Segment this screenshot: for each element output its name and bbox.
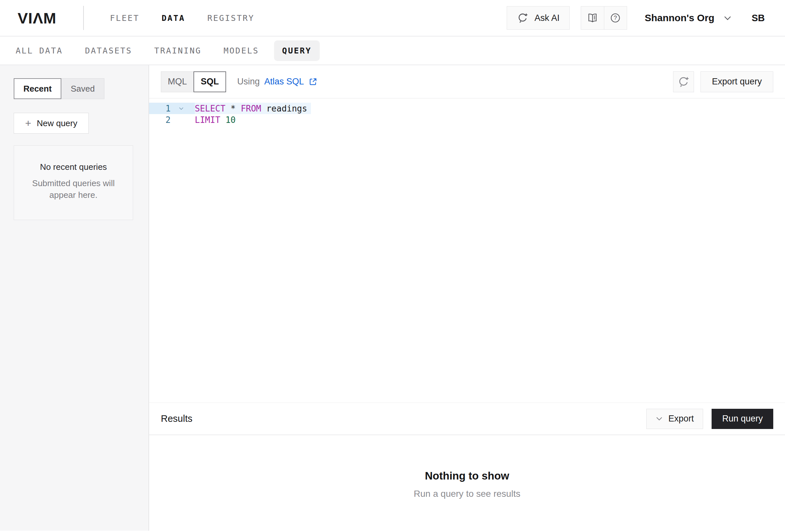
external-link-icon	[309, 77, 318, 86]
new-query-label: New query	[37, 118, 77, 128]
content-area: Recent Saved + New query No recent queri…	[0, 65, 785, 531]
chevron-down-icon	[656, 417, 663, 421]
ask-ai-button[interactable]: Ask AI	[507, 6, 569, 30]
code-text: SELECT * FROM readings	[195, 104, 307, 113]
tab-models[interactable]: MODELS	[224, 46, 259, 55]
query-main-panel: MQL SQL Using Atlas SQL	[149, 65, 785, 531]
main-nav: FLEET DATA REGISTRY	[110, 14, 254, 23]
tab-saved[interactable]: Saved	[61, 78, 104, 99]
org-name: Shannon's Org	[645, 12, 714, 24]
fold-chevron-icon[interactable]	[171, 107, 192, 110]
results-empty-subtitle: Run a query to see results	[149, 489, 785, 499]
sql-text	[220, 115, 225, 125]
editor-gutter: 2	[149, 114, 195, 126]
results-title: Results	[161, 413, 193, 424]
empty-state-subtitle: Submitted queries will appear here.	[26, 177, 121, 201]
sql-keyword: SELECT	[195, 104, 225, 113]
sql-code-editor[interactable]: 1 SELECT * FROM readings 2 LIMIT 10	[149, 99, 785, 403]
results-empty-title: Nothing to show	[149, 470, 785, 482]
sql-number: 10	[225, 115, 235, 125]
code-line-1[interactable]: 1 SELECT * FROM readings	[149, 103, 785, 114]
tab-datasets[interactable]: DATASETS	[85, 46, 132, 55]
recent-queries-empty-state: No recent queries Submitted queries will…	[14, 145, 133, 220]
nav-registry[interactable]: REGISTRY	[207, 14, 254, 23]
viam-logo[interactable]: VIΛM	[18, 9, 56, 27]
query-toolbar: MQL SQL Using Atlas SQL	[149, 65, 785, 99]
query-sidebar: Recent Saved + New query No recent queri…	[0, 65, 149, 531]
run-query-button[interactable]: Run query	[712, 409, 773, 429]
tab-query[interactable]: QUERY	[274, 41, 320, 61]
using-label: Using	[237, 77, 260, 87]
recent-saved-toggle: Recent Saved	[14, 78, 148, 99]
empty-state-title: No recent queries	[24, 162, 123, 172]
export-label: Export	[668, 414, 694, 424]
book-icon	[587, 12, 598, 24]
atlas-sql-link[interactable]: Atlas SQL	[264, 77, 318, 87]
export-results-button[interactable]: Export	[646, 409, 703, 429]
tab-recent[interactable]: Recent	[14, 78, 61, 99]
org-switcher[interactable]: Shannon's Org	[645, 12, 732, 24]
sql-text: *	[225, 104, 241, 113]
plus-icon: +	[25, 118, 31, 128]
ai-generate-query-button[interactable]	[673, 71, 694, 92]
divider	[83, 6, 84, 30]
ai-sparkle-refresh-icon	[517, 12, 529, 24]
avatar[interactable]: SB	[752, 13, 765, 24]
export-query-button[interactable]: Export query	[701, 71, 773, 92]
help-button[interactable]: ?	[604, 6, 627, 29]
docs-button[interactable]	[581, 6, 604, 29]
code-text: LIMIT 10	[195, 115, 235, 125]
nav-data[interactable]: DATA	[161, 14, 185, 23]
mode-toggle-sql[interactable]: SQL	[194, 71, 226, 92]
results-empty-state: Nothing to show Run a query to see resul…	[149, 435, 785, 531]
ai-sparkle-refresh-icon	[677, 76, 690, 88]
new-query-button[interactable]: + New query	[14, 113, 89, 134]
atlas-sql-link-label: Atlas SQL	[264, 77, 304, 87]
tab-all-data[interactable]: ALL DATA	[16, 46, 62, 55]
line-number: 1	[149, 104, 171, 113]
tab-training[interactable]: TRAINING	[154, 46, 201, 55]
line-number: 2	[149, 115, 171, 125]
results-header: Results Export Run query	[149, 403, 785, 435]
sql-keyword: LIMIT	[195, 115, 220, 125]
data-subnav: ALL DATA DATASETS TRAINING MODELS QUERY	[0, 36, 785, 65]
nav-fleet[interactable]: FLEET	[110, 14, 139, 23]
editor-gutter: 1	[149, 103, 195, 114]
sql-keyword: FROM	[241, 104, 261, 113]
top-bar: VIΛM FLEET DATA REGISTRY Ask AI	[0, 0, 785, 36]
ask-ai-label: Ask AI	[534, 13, 560, 23]
code-line-2[interactable]: 2 LIMIT 10	[149, 114, 785, 126]
question-circle-icon: ?	[610, 12, 621, 24]
help-button-group: ?	[581, 6, 627, 30]
sql-text: readings	[261, 104, 307, 113]
mode-toggle-mql[interactable]: MQL	[161, 71, 194, 92]
chevron-down-icon	[724, 16, 732, 21]
svg-text:?: ?	[614, 15, 617, 21]
